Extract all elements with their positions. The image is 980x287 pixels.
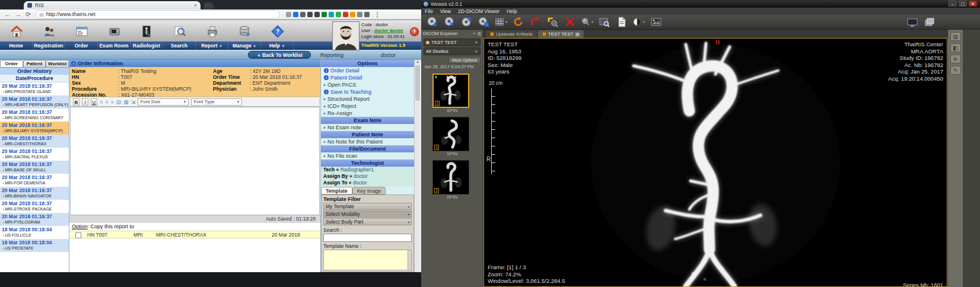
series-thumbnail[interactable]: 3 [432, 160, 469, 194]
font-type-select[interactable]: Font Type▼ [191, 98, 242, 106]
scroll-thumb[interactable] [415, 65, 420, 101]
font-size-select[interactable]: Font Size▼ [138, 98, 189, 106]
refresh-icon[interactable]: ⟳ [26, 10, 31, 19]
search-icon[interactable] [163, 20, 196, 42]
extension-icon[interactable] [322, 12, 327, 17]
order-list-item[interactable]: 20 Mar 2018 01:16:37MRI-SCREENING CORONA… [0, 109, 69, 122]
tab-key-image[interactable]: Key Image [352, 187, 386, 194]
icd-reject-link[interactable]: ▸ICD» Reject [321, 103, 414, 110]
copy-report-checkbox[interactable] [75, 232, 81, 238]
order-list-item[interactable]: 20 Mar 2018 01:16:37MRI-HEART PERFUSION … [0, 95, 69, 109]
close-view-icon[interactable] [564, 16, 577, 28]
italic-button[interactable]: I [82, 98, 88, 106]
order-icon[interactable] [65, 20, 98, 42]
browser-menu-icon[interactable]: ⋮ [374, 11, 380, 18]
extension-icon[interactable] [329, 12, 334, 17]
open-pacs-link[interactable]: ▸Open PACS [321, 81, 414, 88]
order-list-item[interactable]: 20 Mar 2018 01:16:37MRI-SACRAL PLEXUS [0, 148, 69, 161]
menu-file[interactable]: File [425, 8, 433, 15]
menu-help[interactable]: Help [507, 8, 517, 15]
back-to-worklist-button[interactable]: ◄ Back To Worklist [248, 51, 311, 59]
selection-zoom-icon[interactable] [546, 16, 559, 28]
forward-icon[interactable]: → [15, 10, 21, 19]
lens-icon[interactable]: ▼ [581, 16, 594, 28]
import-image-icon[interactable] [426, 16, 439, 28]
registration-icon[interactable] [33, 20, 65, 42]
nav-search[interactable]: Search [163, 42, 196, 50]
exam-note[interactable]: ▸No Exam note [321, 124, 414, 131]
paste-template-icon[interactable]: ⇲ [131, 99, 136, 105]
reset-view-icon[interactable] [529, 16, 542, 28]
order-list-item[interactable]: 18 Mar 2018 00:18:04US FOLLICLE [0, 226, 69, 239]
list-icon[interactable]: ▤ [116, 98, 122, 106]
order-list-item-selected[interactable]: 20 Mar 2018 01:16:37MRI-BILIARY SYSTEM(M… [0, 122, 69, 135]
extension-icon[interactable] [300, 12, 306, 17]
extension-icon[interactable] [307, 12, 313, 17]
order-list-item[interactable]: 20 Mar 2018 01:16:37MRI-BRAIN NAVIGATOR [0, 187, 69, 200]
reporting-tab[interactable]: Reporting [320, 52, 343, 58]
viewer-canvas[interactable]: TEST TEST Aug 16, 1953 ID: 52818299 Sex:… [483, 38, 947, 287]
rotate-view-icon[interactable] [512, 16, 525, 28]
patient-detail-link[interactable]: iPatient Detail [321, 74, 414, 81]
nav-order[interactable]: Order [65, 42, 98, 50]
dicom-attributes-icon[interactable] [615, 16, 628, 28]
nav-registration[interactable]: Registration [33, 42, 65, 50]
extension-icon[interactable] [357, 12, 362, 17]
help-icon[interactable]: ? [261, 20, 294, 42]
logout-button[interactable] [410, 27, 419, 36]
address-bar[interactable]: ▤ http://www.thairis.net [36, 10, 280, 19]
select-modality-filter[interactable]: Select Modality▪ [323, 211, 412, 218]
tab-worklist[interactable]: Worklist [46, 60, 69, 68]
extension-icon[interactable] [286, 12, 291, 17]
order-list-item[interactable]: 20 Mar 2018 01:16:37MRI-CHEST/THORAX [0, 135, 69, 148]
extension-icon[interactable] [314, 12, 320, 17]
zoom-window-icon[interactable] [598, 16, 611, 28]
underline-button[interactable]: U [91, 98, 97, 106]
my-template-filter[interactable]: My Template▪ [323, 203, 412, 210]
back-icon[interactable]: ← [4, 10, 11, 19]
radiologist-icon[interactable] [131, 20, 163, 42]
extension-icon[interactable] [364, 12, 370, 17]
new-tab-button[interactable] [204, 2, 214, 9]
table-icon[interactable]: ▦ [123, 98, 129, 106]
re-assign-link[interactable]: ▸Re-Assign [321, 110, 414, 117]
bold-button[interactable]: B [73, 98, 79, 106]
viewer-tab-active[interactable]: TEST TEST ▦ [538, 30, 584, 38]
menu-view[interactable]: View [440, 8, 451, 15]
save-to-teaching-link[interactable]: iSave to Teaching [321, 88, 414, 95]
copy-report-row[interactable]: HN T007 MRI MRI-CHEST/THORAX 20 Mar 2018 [69, 231, 320, 238]
nav-manage[interactable]: Manage ▼ [228, 42, 261, 50]
align-right-icon[interactable]: ≡ [111, 98, 114, 106]
tab-close-icon[interactable]: × [194, 2, 197, 8]
image-capture-icon[interactable] [650, 16, 663, 28]
order-list-item[interactable]: 20 Mar 2018 01:16:37MRI-PYELOGRAM [0, 213, 69, 226]
align-center-icon[interactable]: ≡ [105, 98, 108, 106]
align-left-icon[interactable]: ≡ [100, 98, 103, 106]
extension-icon[interactable] [336, 12, 341, 17]
save-icon[interactable]: ▥ [477, 31, 481, 36]
layers-icon[interactable] [923, 17, 936, 28]
window-level-icon[interactable]: ▼ [632, 16, 645, 28]
nav-help[interactable]: Help ▼ [261, 42, 294, 50]
menu-2d-dicom-viewer[interactable]: 2D-DICOM Viewer [458, 8, 499, 15]
tab-order[interactable]: Order [0, 60, 23, 68]
report-icon[interactable] [196, 20, 228, 42]
extension-icon[interactable] [343, 12, 348, 17]
series-thumbnail[interactable]: 3 [432, 117, 469, 151]
order-detail-link[interactable]: iOrder Detail [321, 67, 414, 74]
user-name-link[interactable]: doctor doctor [374, 28, 403, 33]
page-scrollbar[interactable]: ▲ [414, 60, 421, 272]
order-list-item[interactable]: 18 Mar 2018 00:18:04US PROSTATE [0, 239, 69, 252]
extension-icon[interactable] [350, 12, 355, 17]
order-list-item[interactable]: 20 Mar 2018 01:16:37MRI-FOR DEMENTIA [0, 174, 69, 187]
nav-report[interactable]: Report ▼ [196, 42, 228, 50]
template-search-input[interactable] [323, 234, 412, 242]
nav-home[interactable]: Home [0, 42, 33, 50]
layout-icon[interactable]: ▦ [575, 31, 580, 37]
patient-selector[interactable]: TEST TEST ▼ [424, 39, 481, 46]
screen-icon[interactable] [906, 17, 919, 28]
thumbnail-panel-icon[interactable]: ▥ [950, 32, 961, 41]
exam-room-icon[interactable] [98, 20, 131, 42]
layout-grid-icon[interactable]: ▼ [495, 16, 508, 28]
import-cd-icon[interactable] [443, 16, 456, 28]
